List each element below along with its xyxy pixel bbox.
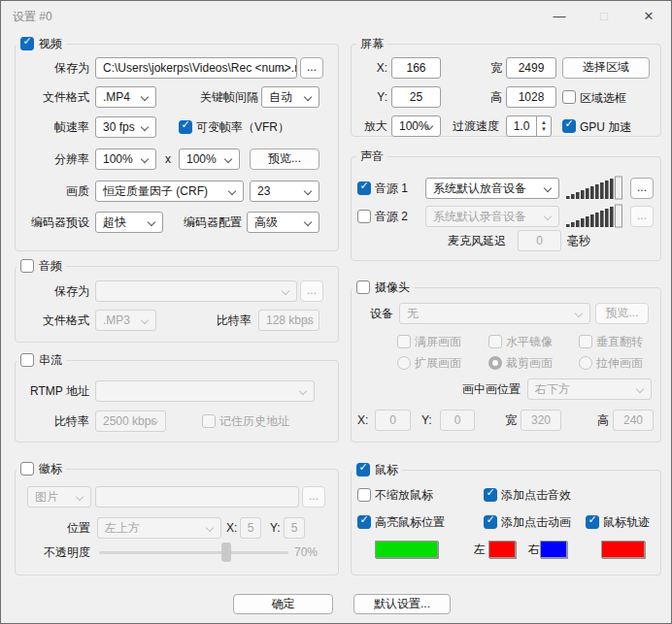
audio-checkbox[interactable] xyxy=(20,259,34,273)
right-click-color-button[interactable] xyxy=(540,541,567,558)
screen-h-label: 高 xyxy=(490,86,502,108)
trail-color-button[interactable] xyxy=(601,541,645,558)
highlight-cursor-checkbox[interactable] xyxy=(357,515,371,529)
res-height-combo[interactable]: 100% xyxy=(179,148,240,170)
video-save-path-combo[interactable]: C:\Users\jokerps\Videos\Rec <num>.m xyxy=(95,57,297,79)
camera-preview-button: 预览... xyxy=(595,303,649,324)
gpu-checkbox[interactable] xyxy=(562,119,576,133)
video-preview-button[interactable]: 预览... xyxy=(250,148,319,170)
fullscreen-checkbox xyxy=(397,335,411,348)
ms-label: 毫秒 xyxy=(567,230,590,251)
gpu-label: GPU 加速 xyxy=(580,116,631,138)
camera-legend: 摄像头 xyxy=(353,279,414,295)
mouse-checkbox[interactable] xyxy=(356,463,370,476)
left-click-color-button[interactable] xyxy=(488,541,516,558)
res-separator: x xyxy=(165,148,171,170)
mouse-trail-checkbox[interactable] xyxy=(586,515,599,529)
rtmp-label: RTMP 地址 xyxy=(20,380,89,402)
opacity-slider-track[interactable] xyxy=(99,551,288,554)
click-animation-checkbox[interactable] xyxy=(484,515,497,529)
camera-checkbox[interactable] xyxy=(356,280,370,294)
minimize-icon[interactable]: — xyxy=(537,1,582,30)
opacity-slider-thumb[interactable] xyxy=(221,542,231,562)
screen-legend-label: 屏幕 xyxy=(360,36,384,52)
mirror-checkbox xyxy=(488,335,502,348)
stream-checkbox[interactable] xyxy=(20,353,34,367)
fps-combo[interactable]: 30 fps xyxy=(95,116,156,138)
logo-position-combo: 左上方 xyxy=(97,517,221,539)
audio-legend-label: 音频 xyxy=(39,258,62,275)
logo-checkbox[interactable] xyxy=(20,462,34,476)
device-label: 设备 xyxy=(370,303,393,324)
logo-path-field xyxy=(95,486,299,508)
video-browse-button[interactable]: ... xyxy=(300,57,323,79)
remember-history-checkbox xyxy=(202,414,216,428)
quality-combo[interactable]: 恒定质量因子 (CRF) xyxy=(95,181,244,202)
keyframe-combo[interactable]: 自动 xyxy=(261,86,319,108)
region-frame-checkbox[interactable] xyxy=(562,90,576,104)
source1-more-button[interactable]: ... xyxy=(630,178,654,199)
encoder-profile-label: 编码器配置 xyxy=(174,212,242,233)
highlight-color-button[interactable] xyxy=(375,541,438,558)
transition-speed-label: 过渡速度 xyxy=(446,115,499,137)
fps-label: 帧速率 xyxy=(28,116,89,138)
audio-group xyxy=(15,266,339,343)
encoder-preset-combo[interactable]: 超快 xyxy=(95,212,163,233)
mouse-trail-label: 鼠标轨迹 xyxy=(603,511,650,533)
camera-legend-label: 摄像头 xyxy=(375,279,410,296)
transition-speed-spinner[interactable] xyxy=(536,115,552,137)
screen-x-field[interactable]: 166 xyxy=(391,57,441,79)
source2-checkbox[interactable] xyxy=(357,210,371,223)
source1-combo[interactable]: 系统默认放音设备 xyxy=(425,178,559,199)
stream-legend: 串流 xyxy=(17,352,66,368)
res-width-combo[interactable]: 100% xyxy=(95,148,156,170)
zoom-combo[interactable]: 100% xyxy=(391,115,441,137)
vfr-checkbox[interactable] xyxy=(179,120,192,134)
camera-w-label: 宽 xyxy=(505,410,517,431)
screen-y-field[interactable]: 25 xyxy=(391,86,441,108)
highlight-cursor-label: 高亮鼠标位置 xyxy=(375,511,445,533)
logo-legend-label: 徽标 xyxy=(39,461,62,477)
source1-checkbox[interactable] xyxy=(357,181,371,195)
no-scale-cursor-checkbox[interactable] xyxy=(357,488,371,502)
click-sound-checkbox[interactable] xyxy=(484,488,497,502)
logo-position-label: 位置 xyxy=(42,517,90,539)
screen-w-field[interactable]: 2499 xyxy=(506,57,556,79)
settings-window: 设置 #0 — □ ✕ 视频 保存为 C:\Users\jokerps\Vide… xyxy=(0,0,672,624)
encoder-profile-combo[interactable]: 高级 xyxy=(247,212,319,233)
click-sound-label: 添加点击音效 xyxy=(501,484,571,506)
stream-bitrate-label: 比特率 xyxy=(28,411,89,432)
region-frame-label: 区域选框 xyxy=(580,87,626,109)
logo-y-field: 5 xyxy=(284,517,305,539)
video-format-combo[interactable]: .MP4 xyxy=(95,86,156,108)
screen-h-field[interactable]: 1028 xyxy=(506,86,556,108)
camera-w-field: 320 xyxy=(521,410,561,431)
camera-h-label: 高 xyxy=(597,410,609,431)
stretch-label: 拉伸画面 xyxy=(596,352,643,374)
keyframe-label: 关键帧间隔 xyxy=(185,86,258,108)
maximize-icon: □ xyxy=(582,1,626,30)
default-settings-button[interactable]: 默认设置... xyxy=(353,594,451,614)
crf-combo[interactable]: 23 xyxy=(250,181,319,202)
mouse-legend: 鼠标 xyxy=(353,462,402,477)
stream-legend-label: 串流 xyxy=(39,352,62,369)
transition-speed-field[interactable]: 1.0 xyxy=(506,115,537,137)
pip-position-label: 画中画位置 xyxy=(462,378,521,400)
close-icon[interactable]: ✕ xyxy=(626,1,671,30)
video-checkbox[interactable] xyxy=(20,37,34,50)
rtmp-combo xyxy=(95,380,315,402)
ok-button[interactable]: 确定 xyxy=(233,594,333,614)
screen-x-label: X: xyxy=(360,57,387,79)
video-legend: 视频 xyxy=(17,36,66,51)
source2-combo: 系统默认录音设备 xyxy=(425,206,559,227)
logo-type-combo: 图片 xyxy=(27,486,91,508)
source2-label: 音源 2 xyxy=(375,206,408,227)
vfr-label: 可变帧率（VFR） xyxy=(196,116,289,138)
select-region-button[interactable]: 选择区域 xyxy=(562,57,650,79)
sound-legend-label: 声音 xyxy=(360,148,384,165)
opacity-label: 不透明度 xyxy=(20,542,90,563)
click-animation-label: 添加点击动画 xyxy=(501,511,571,533)
crop-radio xyxy=(488,356,502,370)
screen-y-label: Y: xyxy=(360,86,387,108)
flip-label: 垂直翻转 xyxy=(596,331,643,352)
